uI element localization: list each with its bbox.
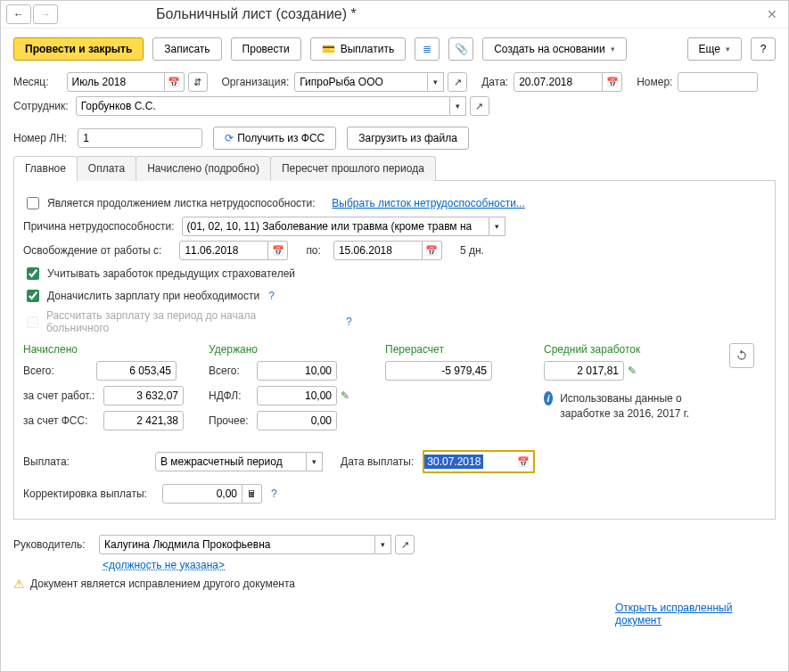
- ndfl-field[interactable]: [257, 386, 337, 406]
- help-icon[interactable]: ?: [346, 316, 352, 328]
- open-ref-icon[interactable]: ↗: [470, 96, 489, 116]
- prev-insurers-label: Учитывать заработок предыдущих страховат…: [47, 267, 295, 280]
- post-and-close-button[interactable]: Провести и закрыть: [13, 37, 144, 61]
- earnings-info-text: Использованы данные о заработке за 2016,…: [560, 391, 722, 422]
- calendar-icon[interactable]: 📅: [268, 241, 288, 260]
- more-label: Еще: [699, 43, 720, 55]
- load-from-file-button[interactable]: Загрузить из файла: [347, 127, 469, 150]
- close-icon[interactable]: ✕: [761, 7, 783, 21]
- withheld-total-label: Всего:: [209, 365, 253, 377]
- avg-earnings-field[interactable]: [544, 361, 624, 381]
- help-button[interactable]: ?: [751, 37, 776, 61]
- chevron-down-icon[interactable]: ▾: [428, 72, 444, 92]
- accrue-salary-check-input[interactable]: [27, 290, 39, 302]
- fss-value-field[interactable]: [103, 411, 184, 430]
- pay-button-label: Выплатить: [341, 43, 395, 55]
- reason-field[interactable]: [182, 217, 489, 236]
- help-icon[interactable]: ?: [268, 290, 275, 302]
- month-field[interactable]: [67, 72, 165, 92]
- choose-sheet-link[interactable]: Выбрать листок нетрудоспособности...: [332, 197, 525, 209]
- accrue-salary-label: Доначислить зарплату при необходимости: [47, 290, 259, 302]
- date-label: Дата:: [481, 76, 508, 88]
- nav-back-button[interactable]: ←: [6, 4, 31, 24]
- calendar-icon[interactable]: 📅: [514, 452, 533, 471]
- payment-type-field[interactable]: [155, 452, 307, 471]
- withheld-header: Удержано: [209, 343, 378, 356]
- other-field[interactable]: [257, 411, 337, 430]
- release-from-field[interactable]: [179, 241, 268, 260]
- recalc-field[interactable]: [385, 361, 492, 381]
- window-title: Больничный лист (создание) *: [156, 6, 357, 22]
- pay-date-field[interactable]: 30.07.2018: [424, 455, 483, 469]
- corr-field[interactable]: [162, 484, 242, 504]
- post-button[interactable]: Провести: [231, 37, 301, 61]
- calendar-icon[interactable]: 📅: [165, 72, 185, 92]
- manager-label: Руководитель:: [13, 538, 94, 551]
- number-label: Номер:: [637, 76, 672, 88]
- tab-accrued[interactable]: Начислено (подробно): [136, 156, 271, 181]
- chevron-down-icon: ▾: [611, 45, 615, 53]
- open-corrected-link[interactable]: Открыть исправленный документ: [615, 602, 776, 627]
- employer-value-field[interactable]: [103, 386, 184, 406]
- chevron-down-icon[interactable]: ▾: [489, 217, 505, 236]
- avg-header: Средний заработок: [544, 343, 722, 356]
- list-icon-button[interactable]: ≣: [415, 37, 440, 61]
- nav-forward-button[interactable]: →: [33, 4, 58, 24]
- warning-icon: ⚠: [13, 577, 25, 591]
- recalc-before-check-input: [27, 316, 38, 328]
- corr-label: Корректировка выплаты:: [23, 488, 157, 500]
- chevron-down-icon[interactable]: ▾: [375, 535, 391, 554]
- chevron-down-icon: ▾: [726, 45, 730, 53]
- info-icon: i: [544, 391, 553, 406]
- tab-recalc[interactable]: Пересчет прошлого периода: [270, 156, 436, 181]
- calendar-icon[interactable]: 📅: [423, 241, 442, 260]
- release-to-field[interactable]: [333, 241, 423, 260]
- recalc-header: Перерасчет: [385, 343, 537, 356]
- ln-field[interactable]: [78, 128, 202, 148]
- withheld-total-field[interactable]: [257, 361, 337, 381]
- tab-main[interactable]: Главное: [13, 156, 78, 181]
- pencil-icon[interactable]: ✎: [628, 365, 637, 377]
- attach-icon-button[interactable]: 📎: [448, 37, 473, 61]
- month-label: Месяц:: [13, 76, 49, 88]
- refresh-icon: [736, 349, 748, 362]
- number-field[interactable]: [678, 72, 758, 92]
- open-ref-icon[interactable]: ↗: [395, 535, 415, 554]
- total-label: Всего:: [23, 365, 93, 377]
- tab-payment[interactable]: Оплата: [77, 156, 136, 181]
- is-continuation-check-input[interactable]: [27, 197, 39, 209]
- open-ref-icon[interactable]: ↗: [448, 72, 467, 92]
- pencil-icon[interactable]: ✎: [341, 389, 349, 402]
- get-from-fss-label: Получить из ФСС: [237, 132, 325, 144]
- days-count-text: 5 дн.: [460, 244, 484, 257]
- prev-insurers-check-input[interactable]: [27, 267, 39, 280]
- pay-button[interactable]: 💳 Выплатить: [310, 37, 407, 61]
- chevron-down-icon[interactable]: ▾: [450, 96, 466, 116]
- is-continuation-checkbox[interactable]: Является продолжением листка нетрудоспос…: [23, 194, 316, 212]
- calc-icon[interactable]: 🖩: [242, 484, 262, 504]
- create-based-on-button[interactable]: Создать на основании ▾: [482, 37, 627, 61]
- org-field[interactable]: [294, 72, 428, 92]
- calendar-icon[interactable]: 📅: [603, 72, 622, 92]
- accrued-total-field[interactable]: [96, 361, 177, 381]
- prev-insurers-checkbox[interactable]: Учитывать заработок предыдущих страховат…: [23, 265, 295, 283]
- date-field[interactable]: [514, 72, 603, 92]
- refresh-button[interactable]: [729, 343, 754, 368]
- write-button[interactable]: Записать: [152, 37, 221, 61]
- employee-field[interactable]: [76, 96, 450, 116]
- employee-label: Сотрудник:: [13, 100, 69, 112]
- manager-field[interactable]: [99, 535, 375, 554]
- help-icon[interactable]: ?: [271, 488, 277, 500]
- ndfl-label: НДФЛ:: [209, 389, 253, 402]
- fss-label: за счет ФСС:: [23, 414, 100, 427]
- warning-text: Документ является исправлением другого д…: [30, 578, 295, 590]
- accrue-salary-checkbox[interactable]: Доначислить зарплату при необходимости: [23, 287, 259, 305]
- more-button[interactable]: Еще ▾: [687, 37, 742, 61]
- stepper-icon[interactable]: ⇵: [188, 72, 208, 92]
- org-label: Организация:: [222, 76, 290, 88]
- position-link[interactable]: <должность не указана>: [103, 559, 225, 571]
- chevron-down-icon[interactable]: ▾: [307, 452, 323, 471]
- create-based-label: Создать на основании: [494, 43, 605, 55]
- get-from-fss-button[interactable]: ⟳ Получить из ФСС: [213, 127, 336, 150]
- employer-label: за счет работ.:: [23, 389, 100, 402]
